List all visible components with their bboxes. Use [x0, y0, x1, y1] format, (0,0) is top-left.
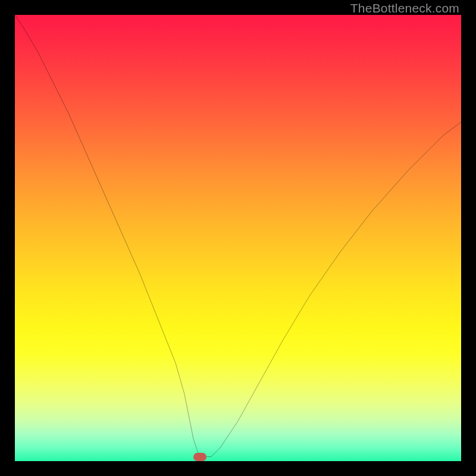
watermark: TheBottleneck.com: [350, 1, 459, 15]
chart-frame: TheBottleneck.com: [0, 0, 476, 476]
bottleneck-curve: [15, 15, 461, 461]
plot-area: [15, 15, 461, 461]
optimum-marker: [193, 453, 206, 461]
